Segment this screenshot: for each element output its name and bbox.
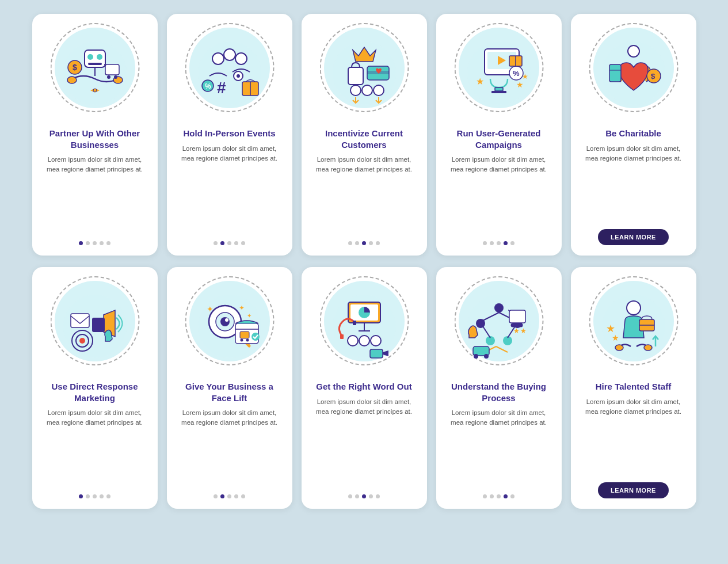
learn-more-button-charitable[interactable]: LEARN MORE xyxy=(598,229,669,245)
dot[interactable] xyxy=(234,241,238,245)
svg-text:✦: ✦ xyxy=(239,304,245,312)
card-hire: ★ ★ Hire Talented Staff Lorem ipsum dolo… xyxy=(571,267,696,509)
card-facelift-body: Lorem ipsum dolor sit dim amet, mea regi… xyxy=(167,408,292,487)
dot[interactable] xyxy=(497,494,501,498)
dot[interactable] xyxy=(504,494,508,498)
dot[interactable] xyxy=(86,494,90,498)
svg-text:$: $ xyxy=(651,72,655,81)
card-ugc-title: Run User-Generated Campaigns xyxy=(436,128,562,150)
svg-point-80 xyxy=(359,336,369,346)
card-facelift-illustration: ✦ ✦ ✦ xyxy=(167,267,292,376)
dot[interactable] xyxy=(86,241,90,245)
dot[interactable] xyxy=(79,494,83,498)
card-wordout-dots xyxy=(348,494,380,498)
svg-point-6 xyxy=(67,77,77,83)
dot[interactable] xyxy=(220,241,224,245)
card-wordout: Get the Right Word Out Lorem ipsum dolor… xyxy=(302,267,427,509)
svg-rect-54 xyxy=(92,318,105,332)
card-hire-title: Hire Talented Staff xyxy=(588,381,679,392)
dot[interactable] xyxy=(100,494,104,498)
card-facelift: ✦ ✦ ✦ Give Your Business a Face Li xyxy=(167,267,292,509)
dot[interactable] xyxy=(497,241,501,245)
svg-text:$: $ xyxy=(73,63,77,72)
card-direct-illustration xyxy=(32,267,158,376)
dot[interactable] xyxy=(93,494,97,498)
dot[interactable] xyxy=(483,494,487,498)
svg-point-111 xyxy=(615,345,623,350)
svg-text:✦: ✦ xyxy=(207,304,214,314)
dot[interactable] xyxy=(355,241,359,245)
dot[interactable] xyxy=(234,494,238,498)
card-ugc-illustration: % ★ ★ ★ xyxy=(436,14,562,123)
dot[interactable] xyxy=(100,241,104,245)
dot[interactable] xyxy=(510,241,514,245)
svg-text:★: ★ xyxy=(606,323,615,334)
card-partner-body: Lorem ipsum dolor sit dim amet, mea regi… xyxy=(32,155,158,234)
svg-rect-82 xyxy=(370,349,383,358)
dot[interactable] xyxy=(241,494,245,498)
svg-rect-4 xyxy=(88,63,102,65)
dot[interactable] xyxy=(362,494,366,498)
svg-text:★: ★ xyxy=(516,80,524,89)
dot[interactable] xyxy=(93,241,97,245)
svg-text:%: % xyxy=(205,82,211,90)
svg-point-72 xyxy=(251,333,260,341)
dot[interactable] xyxy=(504,241,508,245)
card-buying: ★ ★ Understand the Buying Process Lorem … xyxy=(436,267,562,509)
dot[interactable] xyxy=(348,241,352,245)
svg-text:✦: ✦ xyxy=(247,313,251,319)
card-events-dots xyxy=(214,241,245,245)
svg-point-79 xyxy=(348,336,358,346)
svg-text:★: ★ xyxy=(612,333,619,342)
dot[interactable] xyxy=(369,241,373,245)
dot[interactable] xyxy=(79,241,83,245)
card-wordout-illustration xyxy=(302,267,427,376)
svg-rect-96 xyxy=(509,310,525,323)
dot[interactable] xyxy=(227,241,231,245)
svg-point-58 xyxy=(79,338,85,344)
dot[interactable] xyxy=(241,241,245,245)
dot[interactable] xyxy=(510,494,514,498)
svg-point-33 xyxy=(373,85,384,96)
card-partner-illustration: $ xyxy=(32,14,158,123)
dot[interactable] xyxy=(348,494,352,498)
svg-rect-39 xyxy=(491,91,506,93)
dot[interactable] xyxy=(214,494,218,498)
card-events-body: Lorem ipsum dolor sit dim amet, mea regi… xyxy=(167,144,292,235)
svg-point-106 xyxy=(627,301,641,315)
svg-rect-85 xyxy=(353,321,356,325)
dot[interactable] xyxy=(214,241,218,245)
card-direct-dots xyxy=(79,494,110,498)
svg-point-32 xyxy=(362,85,372,96)
card-partner: $ Partner Up With Other Businesses Lorem… xyxy=(32,14,158,256)
row-2: Use Direct Response Marketing Lorem ipsu… xyxy=(14,267,714,509)
dot[interactable] xyxy=(227,494,231,498)
svg-point-14 xyxy=(93,89,97,92)
dot[interactable] xyxy=(490,241,494,245)
dot[interactable] xyxy=(106,241,110,245)
card-buying-body: Lorem ipsum dolor sit dim amet, mea regi… xyxy=(436,408,562,487)
svg-text:★: ★ xyxy=(476,77,484,86)
dot[interactable] xyxy=(376,241,380,245)
dot[interactable] xyxy=(369,494,373,498)
svg-point-70 xyxy=(240,339,243,342)
dot[interactable] xyxy=(355,494,359,498)
dot[interactable] xyxy=(362,241,366,245)
card-incentivize-title: Incentivize Current Customers xyxy=(302,128,427,150)
dot[interactable] xyxy=(106,494,110,498)
dot[interactable] xyxy=(376,494,380,498)
card-wordout-title: Get the Right Word Out xyxy=(308,381,420,392)
dot[interactable] xyxy=(220,494,224,498)
dot[interactable] xyxy=(490,494,494,498)
card-partner-dots xyxy=(79,241,110,245)
svg-point-87 xyxy=(494,303,504,313)
card-ugc-dots xyxy=(483,241,514,245)
card-charitable-title: Be Charitable xyxy=(597,128,669,139)
card-hire-illustration: ★ ★ xyxy=(571,267,696,376)
dot[interactable] xyxy=(483,241,487,245)
card-incentivize-dots xyxy=(348,241,380,245)
learn-more-button-hire[interactable]: LEARN MORE xyxy=(598,482,669,498)
card-hire-body: Lorem ipsum dolor sit dim amet, mea regi… xyxy=(571,397,696,476)
svg-point-16 xyxy=(212,53,224,64)
svg-point-3 xyxy=(97,54,102,60)
